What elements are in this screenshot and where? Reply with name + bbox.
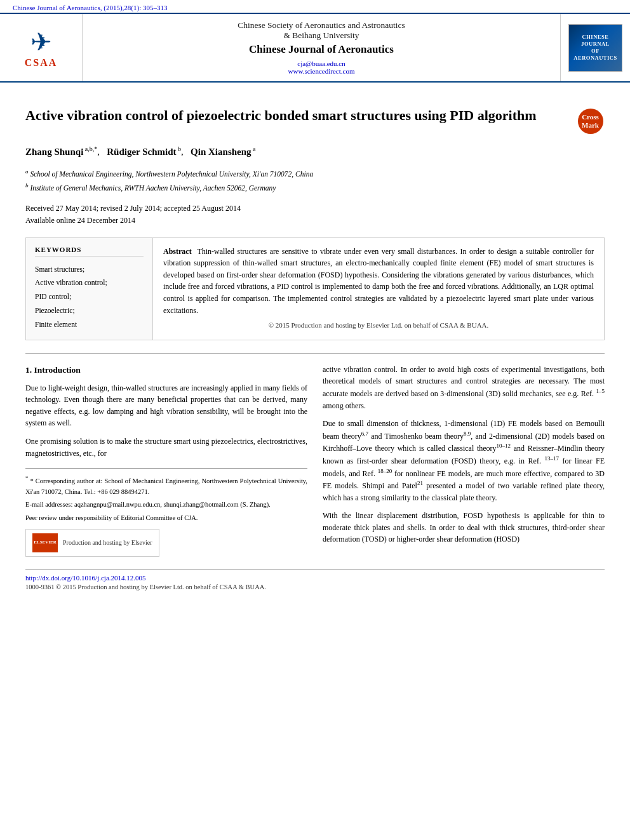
main-content: Active vibration control of piezoelectri… [0,83,630,603]
crossmark-badge[interactable]: CrossMark [576,107,605,135]
keyword-1: Smart structures; [35,263,144,277]
society-name: Chinese Society of Aeronautics and Astro… [95,20,547,41]
affiliation-b: b Institute of General Mechanics, RWTH A… [25,182,605,194]
plane-icon: ✈ [25,27,58,57]
journal-citation: Chinese Journal of Aeronautics, (2015),2… [0,0,630,13]
journal-title: Chinese Journal of Aeronautics [95,43,547,56]
keyword-2: Active vibration control; [35,276,144,290]
footnote-star: * * Corresponding author at: School of M… [25,474,307,497]
intro-para-1: Due to light-weight design, thin-walled … [25,382,307,429]
intro-heading: 1. Introduction [25,364,307,377]
keyword-4: Piezoelectric; [35,304,144,318]
keywords-heading: KEYWORDS [35,246,144,257]
footnote-peer: Peer review under responsibility of Edit… [25,513,307,524]
csaa-logo-container: ✈ CSAA [0,14,83,81]
journal-center-info: Chinese Society of Aeronautics and Astro… [83,14,560,81]
elsevier-logo-block: ELSEVIER Production and hosting by Elsev… [25,529,159,557]
article-title-block: Active vibration control of piezoelectri… [25,107,605,135]
journal-header: ✈ CSAA Chinese Society of Aeronautics an… [0,13,630,83]
keywords-list: Smart structures; Active vibration contr… [35,263,144,332]
doi-link[interactable]: http://dx.doi.org/10.1016/j.cja.2014.12.… [25,574,605,582]
keywords-abstract-box: KEYWORDS Smart structures; Active vibrat… [25,237,605,340]
author-1-name: Zhang Shunqi [25,147,83,157]
journal-cover-thumbnail: CHINESE JOURNAL OF AERONAUTICS [560,14,630,81]
keywords-column: KEYWORDS Smart structures; Active vibrat… [26,238,153,340]
bottom-copyright: 1000-9361 © 2015 Production and hosting … [25,583,605,590]
intro-para-2: One promising solution is to make the st… [25,436,307,459]
intro-para-5: With the linear displacement distributio… [323,510,605,545]
elsevier-text: Production and hosting by Elsevier [63,538,152,548]
article-title-text: Active vibration control of piezoelectri… [25,107,576,125]
body-right-column: active vibration control. In order to av… [323,364,605,557]
keyword-5: Finite element [35,318,144,332]
elsevier-logo-icon: ELSEVIER [32,533,58,552]
body-left-column: 1. Introduction Due to light-weight desi… [25,364,307,557]
section-divider [25,353,605,354]
keyword-3: PID control; [35,290,144,304]
abstract-text: Abstract Thin-walled structures are sens… [163,246,594,317]
crossmark-icon: CrossMark [578,109,603,134]
header-links: cja@buaa.edu.cn www.sciencedirect.com [95,60,547,75]
csaa-label: CSAA [25,57,58,68]
intro-para-3: active vibration control. In order to av… [323,364,605,411]
body-columns: 1. Introduction Due to light-weight desi… [25,364,605,557]
abstract-column: Abstract Thin-walled structures are sens… [153,238,604,340]
abstract-label: Abstract [163,247,192,256]
intro-para-4: Due to small dimension of thickness, 1-d… [323,418,605,503]
footnote-box: * * Corresponding author at: School of M… [25,468,307,557]
affiliation-a: a School of Mechanical Engineering, Nort… [25,168,605,180]
abstract-copyright: © 2015 Production and hosting by Elsevie… [163,321,594,329]
footnote-email: E-mail addresses: aqzhangnpu@mail.nwpu.e… [25,500,307,510]
bottom-bar: http://dx.doi.org/10.1016/j.cja.2014.12.… [25,570,605,590]
author-3-name: Qin Xiansheng [191,147,251,157]
affiliations-block: a School of Mechanical Engineering, Nort… [25,168,605,194]
article-dates: Received 27 May 2014; revised 2 July 201… [25,203,605,227]
author-2-name: Rüdiger Schmidt [107,147,176,157]
authors-line: Zhang Shunqi a,b,*, Rüdiger Schmidt b, Q… [25,145,605,157]
